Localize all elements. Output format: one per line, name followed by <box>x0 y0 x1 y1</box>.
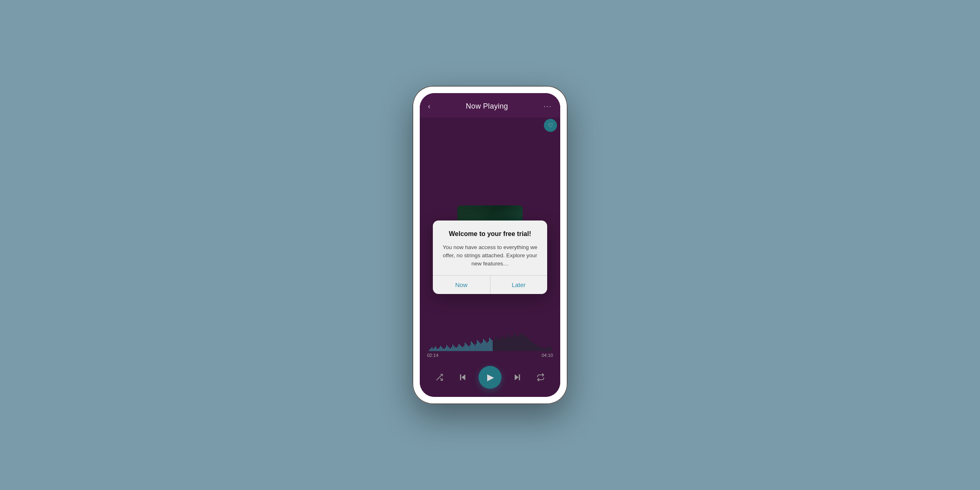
modal-title: Welcome to your free trial! <box>441 230 539 238</box>
screen-title: Now Playing <box>466 102 508 111</box>
modal-later-button[interactable]: Later <box>490 276 548 294</box>
modal-content: Welcome to your free trial! You now have… <box>433 220 547 276</box>
header: ‹ Now Playing ··· <box>420 93 560 116</box>
free-trial-modal: Welcome to your free trial! You now have… <box>433 220 547 294</box>
modal-now-button[interactable]: Now <box>433 276 490 294</box>
modal-body-text: You now have access to everything we off… <box>441 243 539 268</box>
more-menu-button[interactable]: ··· <box>543 102 552 111</box>
phone-screen: ‹ Now Playing ··· ♡ Welcome to your free… <box>420 93 560 397</box>
modal-overlay: Welcome to your free trial! You now have… <box>420 118 560 397</box>
back-button[interactable]: ‹ <box>428 102 430 111</box>
modal-buttons: Now Later <box>433 275 547 294</box>
phone-device: ‹ Now Playing ··· ♡ Welcome to your free… <box>412 86 568 404</box>
